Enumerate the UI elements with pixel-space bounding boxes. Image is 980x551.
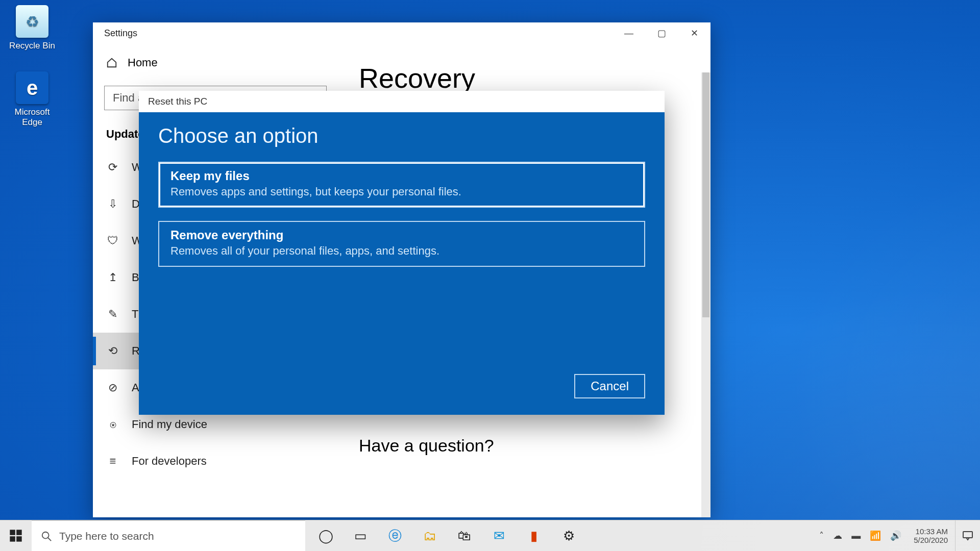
start-button[interactable] — [0, 520, 32, 551]
sync-icon: ⟳ — [106, 161, 119, 174]
sidebar-item-label: Find my device — [132, 418, 207, 431]
system-tray: ˄ ☁ ▬ 📶 🔊 10:33 AM 5/20/2020 — [815, 520, 955, 551]
task-view-icon[interactable]: ▭ — [350, 525, 371, 546]
sidebar-item-for-developers[interactable]: ≡ For developers — [93, 443, 338, 480]
find-device-icon: ⍟ — [106, 418, 119, 431]
troubleshoot-icon: ✎ — [106, 308, 119, 321]
onedrive-icon[interactable]: ☁ — [833, 530, 842, 541]
window-title: Settings — [104, 28, 137, 39]
desktop-icon-label: Microsoft Edge — [15, 107, 50, 127]
recycle-bin-icon — [16, 5, 48, 38]
page-title: Recovery — [359, 62, 690, 94]
maximize-button[interactable]: ▢ — [645, 22, 678, 44]
windows-logo-icon — [9, 529, 23, 543]
activation-icon: ⊘ — [106, 381, 119, 394]
download-icon: ⇩ — [106, 197, 119, 211]
file-explorer-icon[interactable]: 🗂 — [420, 525, 440, 546]
volume-icon[interactable]: 🔊 — [890, 530, 901, 541]
content-scrollbar[interactable] — [701, 72, 710, 517]
option-title: Remove everything — [170, 228, 633, 242]
dialog-heading: Choose an option — [158, 124, 645, 147]
option-remove-everything[interactable]: Remove everything Removes all of your pe… — [158, 221, 645, 267]
reset-this-pc-dialog: Reset this PC Choose an option Keep my f… — [139, 91, 665, 415]
edge-icon — [16, 71, 48, 104]
taskbar: Type here to search ◯ ▭ ⓔ 🗂 🛍 ✉ ▮ ⚙ ˄ ☁ … — [0, 520, 980, 551]
taskbar-search-placeholder: Type here to search — [59, 530, 154, 542]
svg-rect-1 — [16, 530, 21, 535]
search-icon — [41, 531, 52, 542]
taskbar-search[interactable]: Type here to search — [32, 520, 305, 551]
svg-rect-3 — [16, 536, 21, 542]
edge-taskbar-icon[interactable]: ⓔ — [385, 525, 405, 546]
sidebar-item-label: For developers — [132, 455, 207, 468]
office-icon[interactable]: ▮ — [524, 525, 544, 546]
option-title: Keep my files — [170, 169, 633, 183]
battery-icon[interactable]: ▬ — [851, 531, 861, 541]
taskbar-clock[interactable]: 10:33 AM 5/20/2020 — [911, 527, 951, 545]
backup-icon: ↥ — [106, 271, 119, 284]
desktop-icon-recycle-bin[interactable]: Recycle Bin — [4, 5, 60, 51]
scrollbar-thumb[interactable] — [702, 72, 709, 317]
cancel-button[interactable]: Cancel — [574, 374, 645, 398]
settings-taskbar-icon[interactable]: ⚙ — [558, 525, 579, 546]
action-center-button[interactable] — [955, 520, 980, 551]
close-button[interactable]: ✕ — [678, 22, 710, 44]
clock-date: 5/20/2020 — [914, 536, 948, 544]
sidebar-home-label: Home — [128, 56, 158, 69]
svg-rect-6 — [963, 532, 972, 538]
microsoft-store-icon[interactable]: 🛍 — [454, 525, 475, 546]
tray-overflow-icon[interactable]: ˄ — [819, 530, 824, 541]
clock-time: 10:33 AM — [916, 527, 948, 536]
home-icon — [106, 57, 117, 68]
question-heading: Have a question? — [359, 436, 690, 456]
taskbar-apps: ◯ ▭ ⓔ 🗂 🛍 ✉ ▮ ⚙ — [305, 520, 815, 551]
action-center-icon — [962, 530, 974, 542]
desktop-icon-microsoft-edge[interactable]: Microsoft Edge — [4, 71, 60, 128]
desktop-icon-label: Recycle Bin — [9, 41, 55, 51]
option-keep-my-files[interactable]: Keep my files Removes apps and settings,… — [158, 162, 645, 208]
option-desc: Removes all of your personal files, apps… — [170, 244, 633, 258]
svg-point-4 — [42, 532, 49, 538]
desktop[interactable]: Recycle Bin Microsoft Edge Settings — ▢ … — [0, 0, 980, 551]
network-icon[interactable]: 📶 — [870, 530, 881, 541]
dialog-title: Reset this PC — [139, 91, 665, 112]
cortana-icon[interactable]: ◯ — [315, 525, 336, 546]
svg-rect-2 — [10, 536, 15, 542]
mail-icon[interactable]: ✉ — [489, 525, 509, 546]
sidebar-home[interactable]: Home — [93, 56, 338, 86]
svg-line-5 — [48, 537, 51, 540]
minimize-button[interactable]: — — [612, 22, 645, 44]
window-titlebar[interactable]: Settings — ▢ ✕ — [93, 22, 710, 44]
developers-icon: ≡ — [106, 455, 119, 468]
svg-rect-0 — [10, 530, 15, 535]
option-desc: Removes apps and settings, but keeps you… — [170, 185, 633, 198]
shield-icon: 🛡 — [106, 234, 119, 247]
recovery-icon: ⟲ — [106, 344, 119, 358]
